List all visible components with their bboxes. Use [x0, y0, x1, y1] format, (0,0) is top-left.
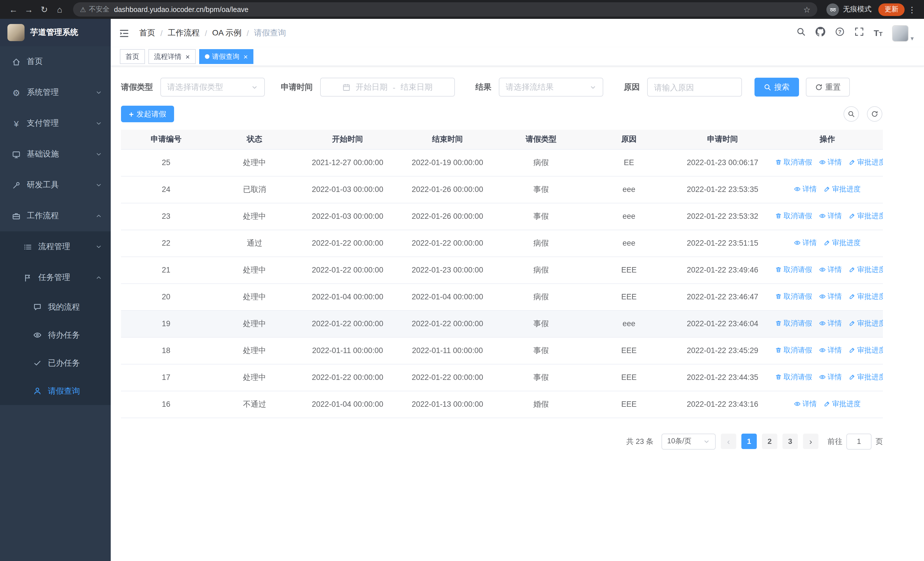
approval-progress-link[interactable]: 审批进度: [849, 158, 883, 167]
goto-page-input[interactable]: [846, 433, 872, 449]
warning-icon: ⚠: [80, 6, 86, 13]
refresh-table-button[interactable]: [867, 106, 882, 122]
detail-link[interactable]: 详情: [794, 238, 817, 248]
approval-progress-link[interactable]: 审批进度: [849, 373, 883, 382]
next-page-button[interactable]: ›: [803, 434, 818, 449]
cancel-leave-link[interactable]: 取消请假: [775, 319, 812, 328]
cell-apply_time: 2022-01-22 23:43:16: [674, 391, 772, 418]
approval-progress-link-label: 审批进度: [857, 319, 883, 328]
page-button-1[interactable]: 1: [741, 434, 757, 449]
page-size-select[interactable]: 10条/页: [662, 433, 716, 449]
detail-link[interactable]: 详情: [794, 185, 817, 194]
reload-button[interactable]: ↻: [36, 2, 52, 17]
approval-progress-link[interactable]: 审批进度: [849, 319, 883, 328]
sidebar-item-done-tasks[interactable]: 已办任务: [0, 349, 111, 377]
chevron-down-icon: [95, 244, 102, 250]
address-bar[interactable]: ⚠ 不安全 dashboard.yudao.iocoder.cn/bpm/oa/…: [73, 2, 817, 17]
breadcrumb-item[interactable]: OA 示例: [212, 28, 242, 38]
sidebar-item-process-mgmt[interactable]: 流程管理: [0, 232, 111, 262]
detail-link[interactable]: 详情: [819, 211, 842, 221]
approval-progress-link[interactable]: 审批进度: [824, 238, 861, 248]
breadcrumb-separator: /: [246, 29, 249, 38]
cancel-leave-link[interactable]: 取消请假: [775, 292, 812, 302]
font-size-button[interactable]: TT: [874, 27, 883, 39]
approval-progress-link[interactable]: 审批进度: [849, 346, 883, 355]
page-button-2[interactable]: 2: [762, 434, 777, 449]
home-button[interactable]: ⌂: [52, 2, 68, 17]
sidebar-item-infrastructure[interactable]: 基础设施: [0, 139, 111, 170]
svg-text:?: ?: [838, 29, 841, 35]
detail-link[interactable]: 详情: [819, 265, 842, 275]
approval-progress-link[interactable]: 审批进度: [849, 211, 883, 221]
sidebar-item-payment-mgmt[interactable]: ¥支付管理: [0, 108, 111, 139]
tab-process-detail[interactable]: 流程详情×: [148, 49, 195, 64]
sidebar-item-home[interactable]: 首页: [0, 46, 111, 77]
detail-link[interactable]: 详情: [819, 346, 842, 355]
cancel-leave-link[interactable]: 取消请假: [775, 373, 812, 382]
tab-home[interactable]: 首页: [120, 49, 145, 64]
detail-link[interactable]: 详情: [819, 292, 842, 302]
prev-page-button[interactable]: ‹: [721, 434, 736, 449]
approval-progress-link[interactable]: 审批进度: [824, 399, 861, 409]
cancel-leave-link-label: 取消请假: [784, 346, 812, 355]
browser-menu-icon[interactable]: ⋮: [906, 5, 918, 14]
cancel-leave-link[interactable]: 取消请假: [775, 158, 812, 167]
breadcrumb-separator: /: [205, 29, 207, 38]
browser-update-button[interactable]: 更新: [878, 3, 904, 16]
sidebar-fold-icon[interactable]: [119, 28, 129, 39]
detail-link-label: 详情: [828, 319, 842, 328]
detail-link[interactable]: 详情: [819, 158, 842, 167]
tab-leave-query[interactable]: 请假查询×: [199, 49, 254, 64]
cell-reason: EEE: [584, 391, 674, 418]
fullscreen-button[interactable]: [854, 27, 864, 39]
forward-icon: →: [24, 5, 33, 14]
apply-time-range-picker[interactable]: 开始日期 - 结束日期: [320, 78, 455, 96]
security-warning[interactable]: ⚠ 不安全: [80, 5, 110, 14]
page-button-3[interactable]: 3: [783, 434, 798, 449]
approval-progress-link[interactable]: 审批进度: [824, 185, 861, 194]
sidebar-item-leave-query[interactable]: 请假查询: [0, 377, 111, 405]
eye-icon: [819, 266, 826, 273]
close-icon[interactable]: ×: [243, 52, 248, 61]
detail-link[interactable]: 详情: [794, 399, 817, 409]
github-button[interactable]: [816, 27, 825, 39]
detail-link[interactable]: 详情: [819, 319, 842, 328]
back-button[interactable]: ←: [6, 2, 21, 17]
search-button[interactable]: 搜索: [754, 78, 799, 96]
bookmark-star-icon[interactable]: ☆: [803, 5, 810, 14]
reason-input[interactable]: [647, 78, 742, 96]
cell-type: 病假: [498, 257, 584, 283]
app-logo-row[interactable]: 芋道管理系统: [0, 19, 111, 46]
result-placeholder: 请选择流结果: [506, 82, 554, 92]
help-button[interactable]: ?: [835, 27, 844, 39]
sidebar-item-workflow[interactable]: 工作流程: [0, 200, 111, 232]
create-leave-button[interactable]: + 发起请假: [121, 106, 174, 122]
leave-type-select[interactable]: 请选择请假类型: [160, 78, 265, 96]
sidebar-item-system-mgmt[interactable]: ⚙系统管理: [0, 77, 111, 108]
breadcrumb-item[interactable]: 首页: [139, 28, 155, 38]
user-menu[interactable]: ▾: [892, 25, 914, 41]
sidebar-item-todo-tasks[interactable]: 待办任务: [0, 321, 111, 349]
sidebar-item-task-mgmt[interactable]: 任务管理: [0, 262, 111, 293]
approval-progress-link[interactable]: 审批进度: [849, 265, 883, 275]
show-search-button[interactable]: [843, 106, 859, 122]
sidebar-item-my-process[interactable]: 我的流程: [0, 293, 111, 321]
cell-start: 2022-01-11 00:00:00: [298, 337, 397, 364]
cancel-leave-link[interactable]: 取消请假: [775, 211, 812, 221]
forward-button[interactable]: →: [21, 2, 36, 17]
cancel-leave-link[interactable]: 取消请假: [775, 265, 812, 275]
edit-icon: [849, 293, 855, 300]
detail-link[interactable]: 详情: [819, 373, 842, 382]
close-icon[interactable]: ×: [186, 52, 190, 61]
reset-button[interactable]: 重置: [806, 78, 850, 96]
cell-actions: 详情审批进度: [772, 230, 883, 257]
yen-icon: ¥: [11, 119, 21, 128]
result-select[interactable]: 请选择流结果: [499, 78, 603, 96]
main-area: 首页/工作流程/OA 示例/请假查询 ?TT ▾ 首页流程详情×请假查询× 请假…: [111, 19, 924, 561]
table-row: 21处理中2022-01-22 00:00:002022-01-23 00:00…: [121, 257, 883, 283]
approval-progress-link[interactable]: 审批进度: [849, 292, 883, 302]
sidebar-item-dev-tools[interactable]: 研发工具: [0, 170, 111, 200]
search-button[interactable]: [796, 27, 806, 39]
cancel-leave-link[interactable]: 取消请假: [775, 346, 812, 355]
breadcrumb-item[interactable]: 工作流程: [168, 28, 200, 38]
